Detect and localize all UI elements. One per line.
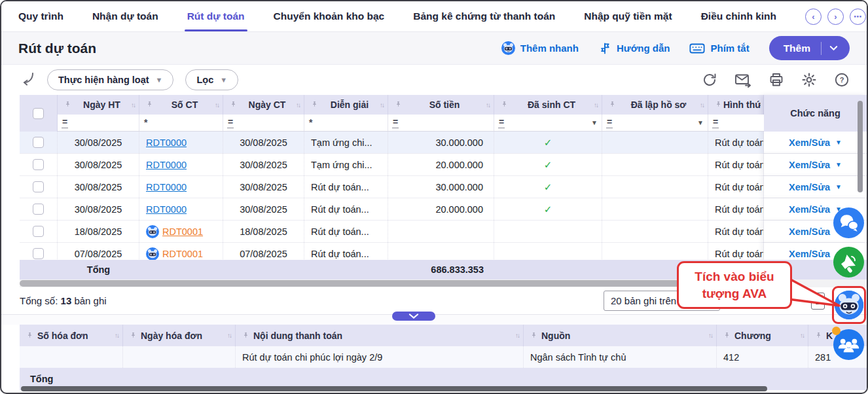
filter-da-sinh-ct[interactable]: =▼ xyxy=(494,115,602,132)
column-header-so-ct[interactable]: Số CT ↑↓ xyxy=(139,95,223,115)
chevron-down-icon[interactable]: ▼ xyxy=(835,183,842,190)
pin-icon[interactable] xyxy=(815,330,822,342)
column-header-hinh-thuc[interactable]: Hình thức xyxy=(708,95,764,115)
column-header-da-lap-ho-so[interactable]: Đã lập hồ sơ ↑↓ xyxy=(602,95,708,115)
sort-icon[interactable]: ↑↓ xyxy=(700,101,704,109)
row-checkbox[interactable] xyxy=(33,226,44,237)
pin-icon[interactable] xyxy=(146,99,153,111)
tab-chuyen-khoan-kho-bac[interactable]: Chuyển khoản kho bạc xyxy=(274,1,385,31)
voucher-link[interactable]: RDT0000 xyxy=(146,182,187,192)
sort-icon[interactable]: ↑↓ xyxy=(800,332,804,339)
sort-icon[interactable]: ↑↓ xyxy=(131,101,135,109)
print-icon[interactable] xyxy=(769,72,784,88)
tab-dieu-chinh-kinh[interactable]: Điều chỉnh kinh xyxy=(701,1,776,31)
tab-bang-ke-chung-tu[interactable]: Bảng kê chứng từ thanh toán xyxy=(413,1,555,31)
collapse-rows-icon[interactable] xyxy=(18,71,35,88)
pin-icon[interactable] xyxy=(64,99,71,111)
sort-icon[interactable]: ↑↓ xyxy=(227,332,231,339)
tab-nhan-du-toan[interactable]: Nhận dự toán xyxy=(92,1,158,31)
row-checkbox[interactable] xyxy=(33,181,44,192)
pin-icon[interactable] xyxy=(311,99,318,111)
column-header-chuong[interactable]: Chương ↑↓ xyxy=(717,325,808,346)
vertical-scrollbar[interactable] xyxy=(858,101,863,192)
filter-dien-giai[interactable]: * xyxy=(304,115,388,132)
column-header-ngay-hoa-don[interactable]: Ngày hóa đơn ↑↓ xyxy=(123,325,236,346)
voucher-link[interactable]: RDT0000 xyxy=(146,137,187,148)
tab-nhap-quy-tien-mat[interactable]: Nhập quỹ tiền mặt xyxy=(584,1,672,31)
pin-icon[interactable] xyxy=(130,330,137,342)
chevron-down-icon[interactable]: ▼ xyxy=(835,139,842,146)
help-icon[interactable]: ? xyxy=(834,72,850,88)
table-row[interactable]: 30/08/2025 RDT0000 30/08/2025 Rút dự toá… xyxy=(20,198,867,221)
sort-icon[interactable]: ↑↓ xyxy=(594,101,598,109)
guide-button[interactable]: Hướng dẫn xyxy=(598,41,670,56)
chat-widget-button[interactable] xyxy=(833,207,864,238)
column-header-ngay-ht[interactable]: Ngày HT ↑↓ xyxy=(58,95,139,115)
pin-icon[interactable] xyxy=(26,330,33,342)
pin-icon[interactable] xyxy=(723,330,731,342)
column-header-so-hoa-don[interactable]: Số hóa đơn ↑↓ xyxy=(20,325,123,346)
voucher-link[interactable]: RDT0000 xyxy=(146,160,187,170)
pin-icon[interactable] xyxy=(501,99,508,111)
column-header-dien-giai[interactable]: Diễn giải ↑↓ xyxy=(304,95,388,115)
table-row[interactable]: 30/08/2025 RDT0000 30/08/2025 Tạm ứng ch… xyxy=(20,132,867,154)
settings-gear-icon[interactable] xyxy=(801,72,817,88)
filter-dropdown[interactable]: Lọc ▼ xyxy=(185,69,238,90)
scrollbar-thumb[interactable] xyxy=(20,280,765,287)
table-row[interactable]: 30/08/2025 RDT0000 30/08/2025 Tạm ứng ch… xyxy=(20,154,867,176)
sort-icon[interactable]: ↑↓ xyxy=(380,101,384,109)
sort-icon[interactable]: ↑↓ xyxy=(215,101,219,109)
sort-icon[interactable]: ↑↓ xyxy=(296,101,300,109)
sort-icon[interactable]: ↑↓ xyxy=(708,332,712,339)
voucher-link[interactable]: RDT0000 xyxy=(146,204,187,215)
shortcut-button[interactable]: Phím tắt xyxy=(689,42,749,55)
sort-icon[interactable]: ↑↓ xyxy=(486,101,490,109)
view-edit-link[interactable]: Xem/Sửa xyxy=(789,137,830,148)
column-header-so-tien[interactable]: Số tiền ↑↓ xyxy=(388,95,494,115)
pin-icon[interactable] xyxy=(609,99,616,111)
row-checkbox[interactable] xyxy=(33,204,44,215)
chevron-right-icon[interactable]: › xyxy=(827,9,844,25)
more-tabs-icon[interactable]: ⋯ xyxy=(850,9,866,25)
pin-icon[interactable] xyxy=(395,99,402,111)
view-edit-link[interactable]: Xem/Sửa xyxy=(789,182,830,192)
sort-icon[interactable]: ↑↓ xyxy=(515,332,519,339)
table-row[interactable]: 30/08/2025 RDT0000 30/08/2025 Rút dự toá… xyxy=(20,176,867,198)
voucher-link[interactable]: RDT0001 xyxy=(162,226,203,237)
table-row[interactable]: 18/08/2025 RDT0001 18/08/2025 Rút dự toá… xyxy=(20,221,867,243)
refresh-icon[interactable] xyxy=(702,72,717,88)
column-header-da-sinh-ct[interactable]: Đã sinh CT ↑↓ xyxy=(494,95,602,115)
filter-so-tien[interactable]: = xyxy=(388,115,494,132)
row-checkbox[interactable] xyxy=(33,137,44,148)
tab-rut-du-toan[interactable]: Rút dự toán xyxy=(187,1,245,31)
detail-table-row[interactable]: Rút dự toán chi phúc lợi ngày 2/9 Ngân s… xyxy=(20,346,867,368)
community-widget-button[interactable] xyxy=(833,329,864,360)
row-checkbox[interactable] xyxy=(33,159,44,170)
bottom-horizontal-scrollbar[interactable] xyxy=(21,386,767,391)
view-edit-link[interactable]: Xem/Sửa xyxy=(789,249,830,259)
quick-add-button[interactable]: Thêm nhanh xyxy=(501,41,579,55)
collapse-panel-button[interactable] xyxy=(392,312,435,321)
filter-ngay-ht[interactable]: = xyxy=(58,115,139,132)
filter-da-lap-ho-so[interactable]: =▼ xyxy=(602,115,708,132)
filter-hinh-thuc[interactable]: = xyxy=(708,115,764,132)
column-header-nguon[interactable]: Nguồn ↑↓ xyxy=(524,325,717,346)
select-all-checkbox[interactable] xyxy=(33,108,44,119)
add-dropdown-icon[interactable] xyxy=(822,44,846,53)
filter-so-ct[interactable]: * xyxy=(139,115,223,132)
sort-icon[interactable]: ↑↓ xyxy=(115,332,118,339)
pin-icon[interactable] xyxy=(715,99,722,111)
column-header-noi-dung[interactable]: Nội dung thanh toán ↑↓ xyxy=(236,325,524,346)
pin-icon[interactable] xyxy=(230,99,237,111)
column-header-ngay-ct[interactable]: Ngày CT ↑↓ xyxy=(223,95,304,115)
voucher-link[interactable]: RDT0001 xyxy=(162,249,203,259)
chevron-down-icon[interactable]: ▼ xyxy=(591,119,598,126)
view-edit-link[interactable]: Xem/Sửa xyxy=(789,226,830,237)
row-checkbox[interactable] xyxy=(33,248,44,259)
pin-icon[interactable] xyxy=(530,330,537,342)
send-mail-icon[interactable] xyxy=(734,72,751,88)
chevron-down-icon[interactable]: ▼ xyxy=(835,161,842,168)
filter-ngay-ct[interactable]: = xyxy=(223,115,304,132)
table-row[interactable]: 07/08/2025 RDT0001 07/08/2025 Rút dự toá… xyxy=(20,243,867,260)
view-edit-link[interactable]: Xem/Sửa xyxy=(789,204,830,215)
